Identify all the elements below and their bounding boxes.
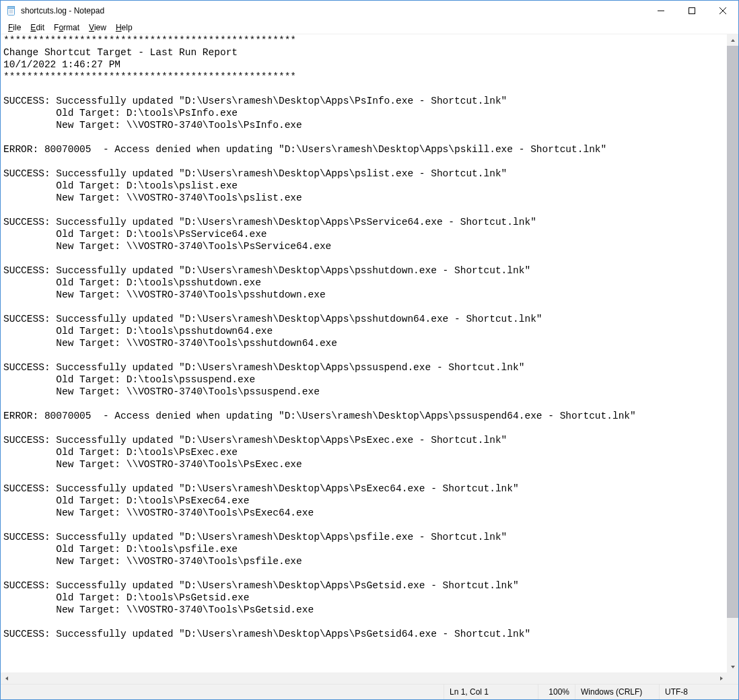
close-button[interactable] (707, 1, 738, 21)
maximize-button[interactable] (676, 1, 707, 21)
notepad-icon (6, 5, 17, 16)
menu-help[interactable]: Help (111, 22, 137, 33)
content-area: ****************************************… (1, 34, 738, 672)
horizontal-scroll-track[interactable] (12, 672, 715, 684)
scroll-down-arrow-icon[interactable] (727, 661, 738, 672)
menu-bar: File Edit Format View Help (1, 21, 738, 34)
status-zoom: 100% (538, 685, 575, 699)
text-editor[interactable]: ****************************************… (1, 34, 727, 672)
svg-rect-6 (689, 8, 695, 14)
svg-rect-1 (8, 7, 15, 9)
scroll-right-arrow-icon[interactable] (715, 672, 727, 684)
horizontal-scrollbar[interactable] (1, 672, 738, 684)
scrollbar-corner (727, 672, 738, 684)
menu-file[interactable]: File (3, 22, 26, 33)
vertical-scroll-track[interactable] (727, 46, 738, 661)
menu-view[interactable]: View (84, 22, 111, 33)
status-eol: Windows (CRLF) (575, 685, 659, 699)
text-content[interactable]: ****************************************… (3, 34, 727, 640)
status-encoding: UTF-8 (659, 685, 738, 699)
status-empty (1, 685, 444, 699)
status-bar: Ln 1, Col 1 100% Windows (CRLF) UTF-8 (1, 684, 738, 699)
vertical-scroll-thumb[interactable] (727, 46, 738, 618)
status-position: Ln 1, Col 1 (444, 685, 538, 699)
scroll-up-arrow-icon[interactable] (727, 34, 738, 46)
notepad-window: shortcuts.log - Notepad File Edit Format… (0, 0, 739, 700)
vertical-scrollbar[interactable] (727, 34, 738, 672)
scroll-left-arrow-icon[interactable] (1, 672, 12, 684)
menu-edit[interactable]: Edit (26, 22, 49, 33)
window-title: shortcuts.log - Notepad (21, 6, 104, 15)
minimize-button[interactable] (645, 1, 676, 21)
title-bar[interactable]: shortcuts.log - Notepad (1, 1, 738, 21)
menu-format[interactable]: Format (49, 22, 84, 33)
